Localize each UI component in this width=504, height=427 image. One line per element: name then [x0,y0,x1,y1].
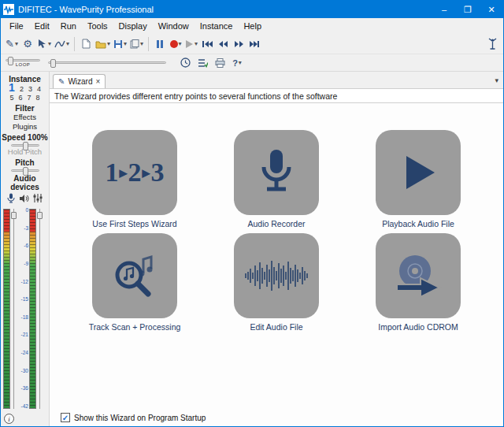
instance-7-button[interactable]: 7 [28,94,32,102]
instance-2-button[interactable]: 2 [20,85,24,94]
maximize-button[interactable]: ❐ [456,1,480,18]
pitch-slider-thumb[interactable] [23,167,28,176]
mixer-faders-icon[interactable] [33,193,43,203]
instance-5-button[interactable]: 5 [9,94,13,102]
magnifier-note-icon [112,253,158,299]
menu-window[interactable]: Window [153,20,195,32]
close-button[interactable]: ✕ [480,1,503,18]
import-cdrom-button[interactable] [376,233,461,318]
instance-8-button[interactable]: 8 [36,94,40,102]
speed-slider[interactable] [11,144,39,147]
volume-fader-right[interactable] [38,209,42,409]
instance-1-button[interactable]: 1 [9,84,15,92]
scale-tick: -18 [21,314,28,320]
print-button[interactable] [213,55,227,71]
select-tool-button[interactable]: ▾ [36,36,52,52]
record-icon [170,40,178,48]
position-slider[interactable] [48,61,166,64]
scale-tick: -15 [21,296,28,302]
task-list-icon [198,58,208,68]
first-steps-wizard-button[interactable]: 1 ▶ 2 ▶ 3 [92,130,177,215]
wizard-description: The Wizard provides different entry poin… [50,88,503,103]
record-button[interactable]: ▾ [169,36,183,52]
skip-start-button[interactable] [200,36,214,52]
playback-audio-button[interactable] [376,130,461,215]
effects-link[interactable]: Effects [1,113,49,122]
tile-label: Track Scan + Processing [89,322,181,332]
tasklist-button[interactable] [195,55,209,71]
steps-123-icon: 1 ▶ 2 ▶ 3 [106,158,165,188]
title-bar: DIFITEC - WavePurity Professional – ❐ ✕ [1,1,503,18]
speaker-icon[interactable] [19,194,29,203]
scale-tick: -3 [24,225,28,231]
tuner-button[interactable] [485,36,499,52]
timer-button[interactable] [178,55,192,71]
skip-end-button[interactable] [247,36,261,52]
meter-scale: 0 -3 -6 -9 -12 -15 -18 -21 -24 -30 -36 -… [17,207,28,409]
instance-3-button[interactable]: 3 [28,85,32,94]
dropdown-icon: ▾ [107,40,110,47]
play-button[interactable]: ▾ [184,36,198,52]
info-button[interactable]: i [4,414,14,424]
window-controls: – ❐ ✕ [432,1,503,18]
pitch-slider[interactable] [11,169,39,172]
scale-tick: -9 [24,261,28,266]
edit-tool-button[interactable]: ✎▾ [5,36,19,52]
tile-label: Edit Audio File [250,322,302,332]
app-window: DIFITEC - WavePurity Professional – ❐ ✕ … [0,0,504,427]
menu-help[interactable]: Help [238,20,267,32]
minimize-button[interactable]: – [432,1,456,18]
startup-checkbox-label: Show this Wizard on Program Startup [74,414,206,422]
tile-edit-audio: Edit Audio File [234,233,319,332]
tab-strip: ✎ Wizard × ▾ [50,72,503,88]
plugins-link[interactable]: Plugins [1,122,49,132]
clipboard-icon [130,39,139,49]
curve-icon [54,39,65,49]
new-file-icon [82,39,91,49]
open-file-button[interactable]: ▾ [94,36,111,52]
new-file-button[interactable] [79,36,93,52]
startup-checkbox[interactable]: ✓ [61,413,70,422]
save-icon [113,39,123,49]
track-scan-button[interactable] [92,233,177,318]
menu-bar: File Edit Run Tools Display Window Insta… [1,18,503,34]
edit-audio-button[interactable] [234,233,319,318]
tile-playback: Playback Audio File [376,130,461,228]
instance-6-button[interactable]: 6 [18,94,22,102]
settings-button[interactable]: ⚙ [20,36,35,52]
menu-file[interactable]: File [4,20,29,32]
scale-tick: -12 [21,279,28,284]
volume-fader-left[interactable] [12,209,16,409]
menu-instance[interactable]: Instance [195,20,239,32]
export-button[interactable]: ▾ [129,36,144,52]
dropdown-icon: ▾ [66,40,69,47]
loop-slider-thumb[interactable] [8,57,13,65]
help-button[interactable]: ?▾ [230,55,244,71]
scale-tick: 0 [25,207,28,213]
dropdown-icon: ▾ [140,40,143,47]
position-slider-thumb[interactable] [50,59,56,68]
loop-slider[interactable]: LOOP [6,59,40,67]
save-file-button[interactable]: ▾ [113,36,128,52]
tab-wizard[interactable]: ✎ Wizard × [53,74,106,88]
curve-tool-button[interactable]: ▾ [54,36,70,52]
pause-button[interactable] [153,36,167,52]
dropdown-icon: ▾ [179,40,182,47]
tab-list-dropdown-icon[interactable]: ▾ [495,76,498,84]
rewind-icon [218,40,228,48]
forward-button[interactable] [232,36,246,52]
instance-4-button[interactable]: 4 [37,85,41,94]
tab-close-icon[interactable]: × [96,77,101,86]
menu-edit[interactable]: Edit [29,20,55,32]
volume-fader-left-knob[interactable] [11,212,17,219]
menu-display[interactable]: Display [113,20,153,32]
toolbar-separator [74,37,75,51]
audio-recorder-button[interactable] [234,130,319,215]
menu-tools[interactable]: Tools [82,20,113,32]
volume-fader-right-knob[interactable] [37,212,43,219]
menu-run[interactable]: Run [55,20,82,32]
cursor-icon [37,39,47,49]
rewind-button[interactable] [216,36,230,52]
microphone-small-icon[interactable] [7,193,15,203]
speed-slider-thumb[interactable] [23,142,28,150]
